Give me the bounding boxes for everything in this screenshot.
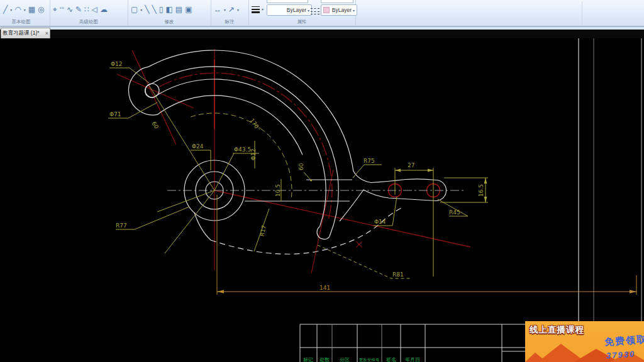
dim-label: R17 (258, 224, 267, 236)
dim-label: Φ71 (109, 111, 121, 118)
title-block-col: 更改文件号 (359, 358, 380, 362)
combo-top-clipped (321, 0, 353, 3)
group-label-modify: 修改 (128, 19, 211, 25)
multipoint-tool-icon[interactable]: °° (60, 7, 64, 13)
stretch-tool-icon[interactable]: ▤ (175, 6, 182, 13)
group-label-properties: 属性 (248, 19, 355, 25)
linear-dimension-tool-icon[interactable]: ↔ (214, 6, 221, 13)
ribbon-group-basic-draw: ╱ ▾ ◠ ▾ ▦ ◎ 基本绘图 (0, 0, 50, 26)
dim-label: 141 (319, 285, 330, 291)
title-block-col: 标记 (303, 357, 313, 362)
dim-label: Φ12 (250, 148, 257, 160)
close-icon[interactable]: × (45, 30, 48, 36)
group-label-basic-draw: 基本绘图 (0, 19, 46, 25)
dim-label: 10.5 (275, 184, 281, 197)
ribbon-group-dimension: ↔ ▾ ↗ ▾ 标注 (211, 0, 249, 26)
combo-top-clipped (267, 0, 308, 3)
scale-tool-icon[interactable]: ▣ (185, 6, 192, 13)
line-tool-icon[interactable]: ╱ (3, 6, 8, 13)
dim-label: R77 (116, 222, 127, 229)
lineweight-control[interactable]: ▾ (252, 5, 264, 13)
document-tab-title: 教育习题课 (1)* (3, 30, 44, 37)
color-combo[interactable]: ByLayer ▾ (321, 4, 357, 16)
title-block-col: 处数 (319, 357, 330, 362)
group-label-advanced-draw: 高级绘图 (50, 19, 128, 25)
banner-number: 37930 (606, 349, 636, 360)
wipeout-tool-icon[interactable]: ◁ (92, 6, 97, 13)
chevron-down-icon[interactable]: ▾ (10, 8, 12, 12)
erase-tool-icon[interactable]: ╲ (145, 6, 149, 13)
color-combo-value: ByLayer (331, 7, 352, 13)
document-tab[interactable]: 教育习题课 (1)* × (1, 28, 50, 38)
circle-tool-icon[interactable]: ◎ (38, 6, 44, 13)
layer-combo[interactable]: ByLayer ▾ (267, 4, 312, 16)
dim-label: 60 (150, 121, 160, 130)
revision-cloud-tool-icon[interactable]: ☁ (100, 6, 108, 13)
dim-label: Φ43.5 (234, 146, 251, 153)
arc-tool-icon[interactable]: ◠ (14, 6, 21, 13)
mirror-tool-icon[interactable]: ◧ (165, 6, 172, 13)
title-block-col: 分区 (340, 357, 350, 362)
chevron-down-icon[interactable]: ▾ (140, 8, 142, 12)
chevron-down-icon[interactable]: ▾ (262, 7, 264, 11)
trim-tool-icon[interactable]: ╲ (152, 6, 157, 13)
group-label-dimension: 标注 (211, 19, 248, 25)
lineweight-icon (252, 5, 260, 13)
chevron-down-icon[interactable]: ▾ (353, 8, 355, 13)
dim-label: 60 (298, 163, 304, 170)
centerlines-red (117, 49, 470, 273)
title-block-col: 签名 (386, 357, 396, 362)
ribbon-group-modify: ▢ ▾ ╲ ╲ ▯ ◧ ▤ ▣ 修改 (128, 0, 211, 26)
chevron-down-icon[interactable]: ▾ (224, 8, 226, 12)
dim-label: 27 (408, 162, 414, 168)
dim-label: R81 (392, 272, 404, 278)
drawing-viewport[interactable]: 标记 处数 分区 更改文件号 签名 年月日 (0, 38, 644, 362)
dim-label: 170° (248, 118, 262, 133)
dim-label: R75 (364, 158, 375, 164)
layer-combo-value: ByLayer (269, 7, 306, 13)
watermark-banner: 线上直播课程 免费领取 37930 (525, 321, 644, 362)
dim-label: R45 (449, 209, 460, 216)
sheet-border-lines (579, 38, 641, 362)
chevron-down-icon[interactable]: ▾ (237, 8, 239, 12)
cad-application-window: ╱ ▾ ◠ ▾ ▦ ◎ 基本绘图 ⌖ °° ∿ ✎ ∷ ◁ ☁ 高级绘图 (0, 0, 644, 362)
dim-label: Φ24 (192, 143, 204, 150)
chevron-down-icon[interactable]: ▾ (24, 8, 26, 12)
polygon-tool-icon[interactable]: ⌖ (53, 6, 57, 13)
spline-tool-icon[interactable]: ∿ (67, 6, 73, 13)
copy-tool-icon[interactable]: ▯ (159, 6, 164, 13)
points-tool-icon[interactable]: ∷ (84, 6, 89, 13)
linetype-icon[interactable] (311, 7, 319, 14)
hatch-tool-icon[interactable]: ▦ (28, 6, 35, 13)
ribbon-toolbar: ╱ ▾ ◠ ▾ ▦ ◎ 基本绘图 ⌖ °° ∿ ✎ ∷ ◁ ☁ 高级绘图 (0, 0, 644, 26)
cad-drawing: 标记 处数 分区 更改文件号 签名 年月日 (0, 38, 644, 362)
leader-tool-icon[interactable]: ↗ (228, 6, 235, 13)
document-tab-bar (0, 30, 644, 38)
array-tool-icon[interactable]: ▢ (131, 6, 138, 13)
dim-label: 16.5 (478, 184, 484, 197)
ribbon-divider (582, 1, 582, 25)
color-swatch (323, 7, 330, 13)
title-block-col: 年月日 (405, 357, 420, 362)
sketch-tool-icon[interactable]: ✎ (75, 6, 82, 13)
dim-label: Φ14 (374, 219, 386, 225)
dim-label: Φ12 (111, 61, 123, 67)
banner-title: 线上直播课程 (530, 324, 584, 336)
ribbon-group-advanced-draw: ⌖ °° ∿ ✎ ∷ ◁ ☁ 高级绘图 (50, 0, 128, 26)
chevron-down-icon[interactable]: ▾ (308, 8, 309, 13)
part-outline-white (128, 50, 446, 254)
